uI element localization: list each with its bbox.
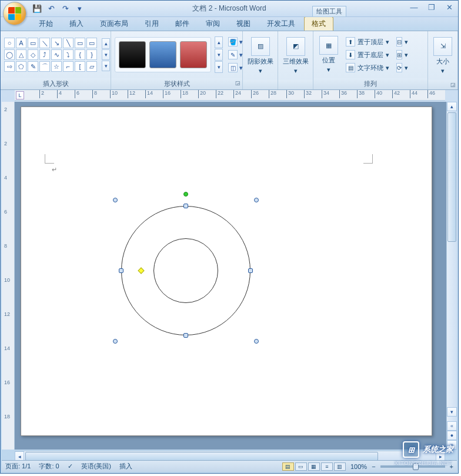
zoom-out-button[interactable]: −	[372, 463, 375, 470]
shape-free-icon[interactable]: ✎	[28, 61, 38, 72]
gallery-down-icon[interactable]: ▾	[102, 49, 110, 60]
rotate-button[interactable]: ⟳▾	[395, 62, 409, 74]
shape-bracket-icon[interactable]: [	[75, 61, 85, 72]
send-to-back-button[interactable]: ⬇置于底层▾	[344, 49, 391, 61]
style-blue[interactable]	[149, 41, 176, 68]
tab-view[interactable]: 视图	[229, 16, 258, 31]
handle-t[interactable]	[183, 204, 188, 208]
shapes-gallery[interactable]: ○ A ▭ ＼ ↘ ╲ ▭ ▭ ◯ △ ◇ ⤴ ∿ ⤵ { } ⇨	[4, 38, 97, 72]
shape-poly-icon[interactable]: ⬠	[16, 61, 26, 72]
view-outline[interactable]: ≡	[321, 462, 333, 471]
text-wrapping-button[interactable]: ▤文字环绕▾	[344, 62, 391, 74]
shape-fill-button[interactable]: 🪣▾	[226, 36, 245, 48]
size-button[interactable]: ⇲ 大小▾	[432, 36, 454, 75]
front-icon: ⬆	[346, 37, 355, 46]
view-full-screen[interactable]: ▭	[295, 462, 307, 471]
shadow-effects-button[interactable]: ▨ 阴影效果▾	[246, 36, 274, 75]
shape-text-icon[interactable]: A	[16, 38, 26, 48]
vertical-scrollbar[interactable]: ▴ ▾ « ● »	[446, 102, 457, 450]
shape-brace2-icon[interactable]: }	[86, 49, 97, 60]
handle-tl[interactable]	[113, 198, 118, 202]
tab-mailings[interactable]: 邮件	[168, 16, 197, 31]
handle-tr[interactable]	[254, 198, 259, 202]
shape-rect-icon[interactable]: ▭	[28, 38, 38, 48]
view-web[interactable]: ▦	[308, 462, 320, 471]
maximize-button[interactable]: ❐	[425, 2, 438, 12]
selected-donut-shape[interactable]	[121, 206, 250, 335]
bring-to-front-button[interactable]: ⬆置于顶层▾	[344, 36, 391, 48]
shape-brace-icon[interactable]: {	[75, 49, 85, 60]
shape-arrow2-icon[interactable]: ⇨	[4, 61, 15, 72]
scroll-thumb-h[interactable]	[25, 452, 378, 461]
style-red[interactable]	[180, 41, 207, 68]
shape-arrow-icon[interactable]: ↘	[51, 38, 62, 48]
page-prev-icon[interactable]: «	[447, 421, 457, 431]
shape-arc-icon[interactable]: ⌒	[39, 61, 50, 72]
shape-elbow-icon[interactable]: ⤴	[39, 49, 50, 60]
shape-rect3-icon[interactable]: ▭	[86, 38, 97, 48]
tab-references[interactable]: 引用	[137, 16, 166, 31]
shape-round-icon[interactable]: ◯	[4, 49, 15, 60]
office-button[interactable]	[3, 2, 26, 25]
tab-home[interactable]: 开始	[31, 16, 61, 31]
handle-l[interactable]	[119, 268, 123, 273]
handle-b[interactable]	[183, 333, 188, 338]
qat-customize[interactable]: ▾	[74, 3, 85, 15]
status-words[interactable]: 字数: 0	[39, 462, 59, 471]
tab-page-layout[interactable]: 页面布局	[92, 16, 136, 31]
view-print-layout[interactable]: ▤	[282, 462, 294, 471]
scroll-up-icon[interactable]: ▴	[447, 102, 457, 111]
status-language[interactable]: 英语(美国)	[81, 462, 111, 471]
minimize-button[interactable]: —	[407, 2, 420, 12]
shape-conn-icon[interactable]: ╲	[63, 38, 74, 48]
tab-insert[interactable]: 插入	[62, 16, 91, 31]
shape-line-icon[interactable]: ＼	[39, 38, 50, 48]
shape-styles-launcher[interactable]: ◲	[235, 80, 240, 86]
status-spellcheck-icon[interactable]: ✓	[68, 462, 73, 470]
ruler-horizontal[interactable]: L 24681012141618202224262830323436384042…	[15, 90, 445, 101]
3d-effects-button[interactable]: ◩ 三维效果▾	[282, 36, 309, 75]
shape-star-icon[interactable]: ☆	[51, 61, 62, 72]
shape-corner-icon[interactable]: ⌐	[63, 61, 74, 72]
style-black[interactable]	[119, 41, 146, 68]
shape-diamond-icon[interactable]: ◇	[28, 49, 38, 60]
qat-redo[interactable]: ↷	[59, 3, 71, 15]
gallery-up-icon[interactable]: ▴	[102, 38, 110, 49]
shape-flow-icon[interactable]: ▱	[86, 61, 97, 72]
shape-tri-icon[interactable]: △	[16, 49, 26, 60]
shape-outline-button[interactable]: ✎▾	[226, 49, 245, 61]
browse-object-icon[interactable]: ●	[447, 431, 457, 440]
close-button[interactable]: ✕	[443, 2, 456, 12]
style-gallery-more-icon[interactable]: ▾	[215, 61, 223, 73]
group-button[interactable]: ⊞▾	[395, 49, 409, 61]
document-page[interactable]: ↵	[21, 106, 432, 436]
qat-save[interactable]: 💾	[31, 3, 43, 15]
tab-format[interactable]: 格式	[304, 16, 333, 31]
shape-elbow2-icon[interactable]: ⤵	[63, 49, 74, 60]
tab-selector-icon[interactable]: L	[16, 91, 24, 99]
align-button[interactable]: ⊟▾	[395, 36, 409, 48]
qat-undo[interactable]: ↶	[45, 3, 57, 15]
tab-review[interactable]: 审阅	[198, 16, 228, 31]
change-shape-button[interactable]: ◫▾	[226, 62, 245, 74]
tab-developer[interactable]: 开发工具	[259, 16, 303, 31]
position-button[interactable]: ▦ 位置▾	[317, 35, 340, 74]
size-launcher[interactable]: ◲	[450, 82, 456, 88]
status-page[interactable]: 页面: 1/1	[5, 462, 31, 471]
shape-oval-icon[interactable]: ○	[4, 38, 15, 48]
gallery-more-icon[interactable]: ▾	[102, 61, 110, 71]
ruler-vertical[interactable]: 224681012141618	[2, 102, 15, 450]
status-mode[interactable]: 插入	[119, 462, 132, 471]
scroll-down-icon[interactable]: ▾	[447, 407, 457, 417]
zoom-level[interactable]: 100%	[350, 463, 367, 470]
style-gallery-up-icon[interactable]: ▴	[215, 36, 223, 48]
shape-rect2-icon[interactable]: ▭	[75, 38, 85, 48]
handle-bl[interactable]	[113, 339, 118, 344]
handle-r[interactable]	[248, 268, 253, 273]
handle-br[interactable]	[254, 339, 259, 344]
rotation-handle[interactable]	[183, 192, 188, 197]
shape-curve-icon[interactable]: ∿	[51, 49, 62, 60]
style-gallery-down-icon[interactable]: ▾	[215, 49, 223, 61]
view-draft[interactable]: ▥	[334, 462, 346, 471]
scroll-thumb-v[interactable]	[447, 112, 456, 242]
